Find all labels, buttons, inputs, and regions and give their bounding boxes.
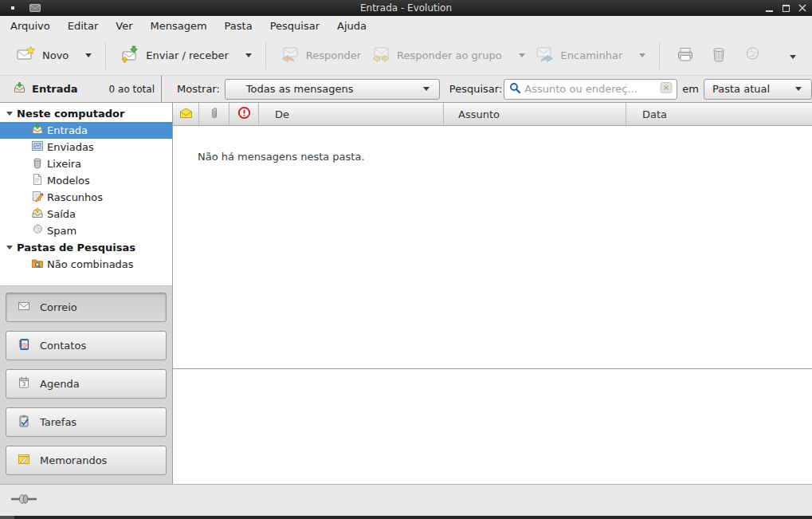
column-attachment[interactable] (199, 103, 229, 125)
folder-item-modelos[interactable]: Modelos (0, 172, 172, 189)
search-scope-value: Pasta atual (712, 83, 770, 95)
chevron-down-icon (790, 55, 796, 59)
folder-bar: Entrada 0 ao total Mostrar: Todas as men… (0, 76, 812, 103)
view-switcher: Correio @ Contatos (0, 285, 173, 484)
folder-item-saida[interactable]: Saída (0, 206, 172, 222)
folder-item-nao-combinadas[interactable]: Não combinadas (0, 256, 172, 273)
forward-button-label: Encaminhar (561, 49, 623, 61)
minimize-button[interactable] (764, 2, 774, 14)
menubar: Arquivo Editar Ver Mensagem Pasta Pesqui… (0, 16, 812, 36)
show-label: Mostrar: (177, 83, 220, 95)
message-count: 0 ao total (109, 84, 155, 95)
folder-item-label: Modelos (47, 175, 90, 187)
column-label: Assunto (458, 108, 500, 120)
column-de[interactable]: De (259, 103, 444, 125)
titlebar: Entrada - Evolution (0, 0, 812, 16)
folder-item-enviadas[interactable]: Enviadas (0, 139, 172, 155)
toolbar-separator (659, 42, 660, 69)
new-button[interactable]: Novo (11, 41, 96, 70)
reply-button-label: Responder (306, 49, 361, 61)
sidebar: Neste computador Entrada (0, 103, 173, 484)
send-receive-label: Enviar / receber (146, 49, 229, 61)
switcher-label: Contatos (40, 340, 86, 352)
tree-group-label: Pastas de Pesquisas (17, 242, 135, 254)
switcher-correio-button[interactable]: Correio (6, 293, 167, 322)
column-assunto[interactable]: Assunto (444, 103, 626, 125)
spam-icon (31, 223, 44, 238)
folder-item-rascunhos[interactable]: Rascunhos (0, 189, 172, 206)
switcher-label: Agenda (40, 378, 80, 390)
in-label: em (682, 83, 699, 95)
contacts-icon: @ (17, 338, 31, 353)
switcher-label: Tarefas (40, 416, 76, 428)
folder-item-label: Rascunhos (47, 191, 103, 203)
folder-item-lixeira[interactable]: Lixeira (0, 155, 172, 172)
menu-arquivo[interactable]: Arquivo (2, 16, 59, 36)
reply-button[interactable]: Responder (275, 41, 366, 70)
menu-ajuda[interactable]: Ajuda (328, 16, 375, 36)
empty-folder-message: Não há mensagens nesta pasta. (198, 151, 812, 163)
reply-all-button[interactable]: Responder ao grupo (366, 41, 530, 70)
tree-group-this-computer[interactable]: Neste computador (0, 105, 172, 122)
show-filter-value: Todas as mensagens (246, 83, 354, 95)
chevron-down-icon[interactable] (245, 53, 252, 57)
sent-icon (31, 140, 44, 155)
menu-mensagem[interactable]: Mensagem (142, 16, 216, 36)
preview-pane (173, 369, 812, 484)
send-receive-button[interactable]: Enviar / receber (115, 41, 257, 70)
menu-pesquisar[interactable]: Pesquisar (261, 16, 328, 36)
close-button[interactable] (798, 2, 807, 14)
maximize-button[interactable] (781, 2, 790, 14)
chevron-down-icon (423, 87, 430, 91)
tasks-icon (17, 415, 31, 430)
switcher-tarefas-button[interactable]: Tarefas (6, 407, 167, 437)
tree-group-search-folders[interactable]: Pastas de Pesquisas (0, 239, 172, 256)
expander-icon[interactable] (6, 246, 13, 250)
switcher-label: Memorandos (40, 454, 107, 466)
window-bottom-edge (0, 516, 812, 519)
menu-pasta[interactable]: Pasta (216, 16, 261, 36)
window-title: Entrada - Evolution (0, 0, 812, 16)
menu-editar[interactable]: Editar (59, 16, 108, 36)
show-filter-dropdown[interactable]: Todas as mensagens (225, 79, 440, 100)
online-status-plug-icon[interactable] (10, 493, 39, 508)
send-receive-icon (120, 45, 140, 66)
toolbar-overflow-button[interactable] (790, 49, 801, 61)
column-data[interactable]: Data (626, 103, 812, 125)
attachment-icon (210, 107, 219, 122)
folder-item-entrada[interactable]: Entrada (0, 122, 172, 139)
search-scope-dropdown[interactable]: Pasta atual (704, 79, 812, 100)
read-status-icon (179, 108, 193, 121)
clear-search-icon[interactable] (660, 81, 673, 96)
print-icon (675, 45, 696, 66)
print-button[interactable] (669, 41, 702, 70)
switcher-memorandos-button[interactable]: Memorandos (6, 446, 167, 475)
folder-item-label: Não combinadas (47, 258, 134, 270)
junk-button[interactable] (736, 41, 769, 70)
folder-item-label: Spam (47, 225, 76, 237)
column-label: De (275, 108, 289, 120)
expander-icon[interactable] (6, 112, 13, 116)
search-box (504, 79, 677, 100)
new-button-label: Novo (42, 49, 69, 61)
search-label: Pesquisar: (449, 83, 503, 95)
chevron-down-icon[interactable] (519, 53, 525, 57)
folder-item-spam[interactable]: Spam (0, 222, 172, 239)
forward-button[interactable]: Encaminhar (530, 41, 651, 70)
trash-icon (708, 45, 729, 66)
column-priority[interactable] (229, 103, 259, 125)
delete-button[interactable] (702, 41, 736, 70)
column-read-status[interactable] (173, 103, 199, 125)
evolution-window: Entrada - Evolution Arquivo Editar Ver M… (0, 0, 812, 519)
junk-icon (742, 45, 763, 66)
chevron-down-icon[interactable] (639, 53, 645, 57)
search-icon[interactable] (509, 82, 521, 96)
reply-icon (280, 45, 300, 66)
menu-ver[interactable]: Ver (107, 16, 141, 36)
switcher-contatos-button[interactable]: @ Contatos (6, 331, 167, 360)
folder-item-label: Enviadas (47, 141, 94, 153)
chevron-down-icon[interactable] (85, 53, 92, 57)
search-input[interactable] (524, 83, 657, 95)
drafts-icon (31, 190, 44, 205)
switcher-agenda-button[interactable]: 3 Agenda (6, 369, 167, 399)
